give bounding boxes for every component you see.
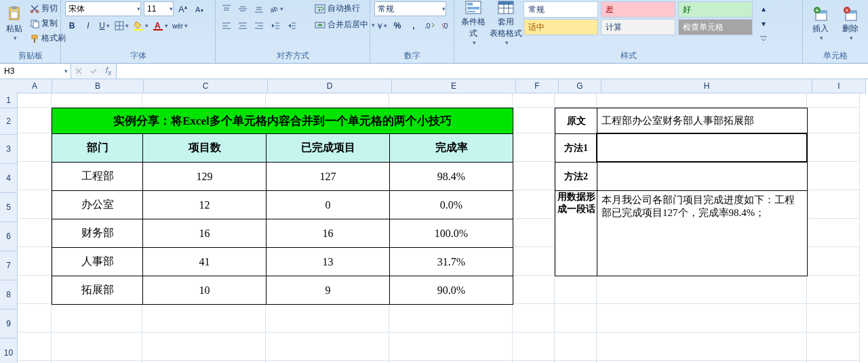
fill-color-button[interactable]: ▾: [132, 18, 149, 33]
inc-decimal-button[interactable]: .0: [423, 18, 437, 33]
font-size-combo[interactable]: ▾: [144, 1, 174, 16]
shrink-font-button[interactable]: A▾: [193, 1, 206, 16]
style-gallery-more[interactable]: [757, 31, 770, 46]
align-top-button[interactable]: [220, 1, 233, 16]
insert-cells-button[interactable]: + 插入▾: [807, 1, 834, 45]
col-header-C[interactable]: C: [144, 79, 268, 93]
align-right-button[interactable]: [252, 18, 266, 33]
merge-center-button[interactable]: 合并后居中▾: [312, 18, 378, 32]
row-headers[interactable]: 1234567891011121314: [0, 93, 18, 363]
table2-value[interactable]: [597, 133, 808, 163]
align-bottom-button[interactable]: [252, 1, 266, 16]
group-label-number: 数字: [374, 49, 450, 62]
table1-cell[interactable]: 100.0%: [389, 219, 513, 248]
col-header-B[interactable]: B: [52, 79, 144, 93]
font-size-input[interactable]: [144, 4, 168, 14]
col-header-I[interactable]: I: [812, 79, 866, 93]
table1-cell[interactable]: 拓展部: [52, 276, 143, 305]
style-gallery-down[interactable]: ▾: [757, 16, 770, 31]
col-header-F[interactable]: F: [516, 79, 559, 93]
table2-value[interactable]: 本月我公司各部门项目完成进度如下：工程部已完成项目127个，完成率98.4%；: [597, 190, 808, 276]
font-name-input[interactable]: [66, 4, 136, 14]
table1-cell[interactable]: 90.0%: [389, 276, 513, 305]
align-left-button[interactable]: [220, 18, 233, 33]
style-good[interactable]: 好: [678, 1, 753, 18]
style-calc[interactable]: 计算: [601, 19, 675, 35]
row-header-1[interactable]: 1: [0, 93, 18, 108]
style-neutral[interactable]: 适中: [524, 19, 598, 35]
cancel-edit-button[interactable]: [71, 67, 86, 75]
group-label-styles: 样式: [458, 49, 798, 62]
table1-cell[interactable]: 98.4%: [389, 162, 513, 191]
row-header-4[interactable]: 4: [0, 164, 18, 193]
table1-cell[interactable]: 财务部: [52, 219, 143, 248]
dec-decimal-button[interactable]: .0: [439, 18, 453, 33]
table1-cell[interactable]: 127: [266, 162, 390, 191]
row-header-7[interactable]: 7: [0, 251, 18, 280]
col-header-D[interactable]: D: [268, 79, 392, 93]
table1-cell[interactable]: 10: [142, 276, 267, 305]
phonetic-button[interactable]: wén▾: [172, 18, 189, 33]
table1-cell[interactable]: 办公室: [52, 190, 143, 219]
style-check[interactable]: 检查单元格: [678, 19, 753, 35]
table1-cell[interactable]: 12: [142, 190, 267, 219]
percent-button[interactable]: %: [391, 18, 404, 33]
table1-cell[interactable]: 129: [142, 162, 267, 191]
col-header-G[interactable]: G: [559, 79, 601, 93]
scissors-icon: [30, 4, 39, 14]
font-name-combo[interactable]: ▾: [65, 1, 141, 16]
table1-cell[interactable]: 13: [266, 247, 390, 276]
col-header-H[interactable]: H: [601, 79, 812, 93]
wrap-text-button[interactable]: 自动换行: [312, 1, 378, 16]
col-header-A[interactable]: A: [18, 79, 52, 93]
col-header-E[interactable]: E: [392, 79, 516, 93]
row-header-2[interactable]: 2: [0, 108, 18, 135]
table2-value[interactable]: [597, 162, 808, 191]
row-header-5[interactable]: 5: [0, 193, 18, 222]
border-button[interactable]: ▾: [114, 18, 130, 33]
spreadsheet-grid[interactable]: ABCDEFGHI 1234567891011121314 实例分享：将Exce…: [0, 79, 868, 363]
delete-cells-button[interactable]: × 删除▾: [837, 1, 864, 45]
dec-indent-button[interactable]: [269, 18, 282, 33]
inc-indent-button[interactable]: [285, 18, 298, 33]
table1-cell[interactable]: 16: [266, 219, 390, 248]
row-header-6[interactable]: 6: [0, 222, 18, 251]
font-color-button[interactable]: A▾: [152, 18, 169, 33]
style-gallery-up[interactable]: ▴: [757, 1, 770, 16]
format-as-table-button[interactable]: 套用 表格格式▾: [491, 1, 521, 45]
underline-button[interactable]: U▾: [98, 18, 111, 33]
conditional-format-button[interactable]: 条件格式▾: [458, 1, 488, 45]
align-middle-button[interactable]: [236, 1, 250, 16]
table1-cell[interactable]: 0: [266, 190, 390, 219]
select-all-corner[interactable]: [0, 79, 18, 93]
confirm-edit-button[interactable]: [86, 67, 101, 75]
paste-button[interactable]: 粘贴 ▾: [4, 1, 24, 45]
grow-font-button[interactable]: A▴: [176, 1, 190, 16]
italic-button[interactable]: I: [81, 18, 95, 33]
row-header-3[interactable]: 3: [0, 135, 18, 164]
number-format-combo[interactable]: 常规 ▾: [374, 1, 446, 16]
row-header-10[interactable]: 10: [0, 339, 18, 363]
column-headers[interactable]: ABCDEFGHI: [18, 79, 866, 93]
row-header-8[interactable]: 8: [0, 280, 18, 309]
comma-button[interactable]: ,: [407, 18, 420, 33]
table1-cell[interactable]: 人事部: [52, 247, 143, 276]
insert-function-button[interactable]: fx: [101, 66, 116, 77]
name-box-input[interactable]: [3, 66, 63, 77]
bold-button[interactable]: B: [65, 18, 79, 33]
row-header-9[interactable]: 9: [0, 309, 18, 339]
table2-value[interactable]: 工程部办公室财务部人事部拓展部: [597, 108, 808, 134]
formula-bar[interactable]: [117, 64, 868, 79]
table1-cell[interactable]: 0.0%: [389, 190, 513, 219]
table1-cell[interactable]: 31.7%: [389, 247, 513, 276]
style-bad[interactable]: 差: [601, 1, 675, 18]
name-box[interactable]: ▾: [0, 64, 71, 79]
table1-cell[interactable]: 41: [142, 247, 267, 276]
table1-cell[interactable]: 9: [266, 276, 390, 305]
table1-cell[interactable]: 工程部: [52, 162, 143, 191]
orientation-button[interactable]: ab▾: [269, 1, 284, 16]
align-center-button[interactable]: [236, 18, 250, 33]
style-normal[interactable]: 常规: [524, 1, 598, 18]
table1-cell[interactable]: 16: [142, 219, 267, 248]
currency-button[interactable]: ￥▾: [374, 18, 388, 33]
